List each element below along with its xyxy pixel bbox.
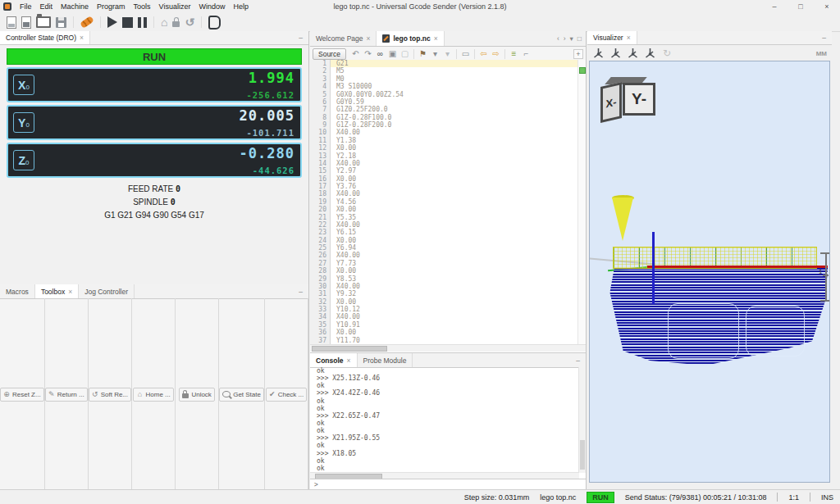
axis-zero-button[interactable]: Y0 xyxy=(13,112,34,133)
tab-jog-controller[interactable]: Jog Controller xyxy=(79,284,135,298)
editor-toolbar-separator[interactable] xyxy=(474,49,475,59)
menu-file[interactable]: File xyxy=(16,2,36,11)
menu-program[interactable]: Program xyxy=(93,2,130,11)
axis-z-readout: Z0 -0.280 -44.626 xyxy=(7,143,302,178)
editor-toolbar-separator[interactable] xyxy=(456,49,457,59)
tab-list-dropdown-icon[interactable]: ▾ xyxy=(570,34,573,43)
stop-button[interactable] xyxy=(120,14,135,30)
pendant-button[interactable] xyxy=(206,14,223,30)
menu-machine[interactable]: Machine xyxy=(57,2,93,11)
axis-readouts: X0 1.994 -256.612 Y0 20.005 -101.711 Z0 … xyxy=(0,67,308,178)
console-command-input[interactable]: > xyxy=(310,479,586,490)
check-mode-button[interactable]: ✔Check ... xyxy=(266,388,308,402)
menu-window[interactable]: Window xyxy=(194,2,229,11)
scroll-tabs-right-icon[interactable]: › xyxy=(564,34,566,43)
tab-console[interactable]: Console × xyxy=(310,353,358,367)
tab-welcome-page[interactable]: Welcome Page × xyxy=(310,31,377,46)
minimize-panel-icon[interactable]: – xyxy=(570,353,586,367)
editor-toolbar-separator[interactable] xyxy=(504,49,505,59)
editor-hscrollbar[interactable] xyxy=(310,344,586,352)
copy-icon[interactable]: ▣ xyxy=(387,48,398,60)
tab-toolbox[interactable]: Toolbox × xyxy=(35,284,79,298)
minimize-panel-icon[interactable]: – xyxy=(293,31,308,44)
close-icon[interactable]: × xyxy=(80,34,84,42)
tab-gcode-file[interactable]: lego top.nc × xyxy=(377,31,444,46)
gcode-file-icon xyxy=(382,34,390,43)
send-play-button[interactable] xyxy=(105,14,120,30)
close-icon[interactable]: × xyxy=(434,34,438,43)
soft-reset-icon[interactable]: ↺ xyxy=(182,14,197,30)
home-machine-button[interactable]: ⌂Home ... xyxy=(133,388,173,402)
lock-icon[interactable] xyxy=(170,14,182,30)
reset-zero-button[interactable]: ⊕Reset Z... xyxy=(0,388,44,402)
close-icon[interactable]: × xyxy=(347,356,351,365)
redo-icon[interactable]: ⇨ xyxy=(491,48,501,60)
menu-tools[interactable]: Tools xyxy=(130,2,155,11)
forward-icon[interactable]: ↷ xyxy=(363,48,373,60)
restore-window-button[interactable]: □ xyxy=(788,0,814,13)
axis-zero-button[interactable]: X0 xyxy=(13,75,34,95)
connect-plug-icon[interactable] xyxy=(78,14,96,30)
menu-help[interactable]: Help xyxy=(229,2,253,11)
view-side-button[interactable] xyxy=(642,47,657,60)
rect-selection-icon[interactable]: ▭ xyxy=(460,48,471,60)
axis-zero-button[interactable]: Z0 xyxy=(13,150,34,170)
x-axis-line xyxy=(647,266,828,268)
menu-edit[interactable]: Edit xyxy=(36,2,57,11)
next-bookmark-icon[interactable]: ▾ xyxy=(430,48,441,60)
orientation-cube-x-face[interactable]: X- xyxy=(600,82,622,123)
return-to-zero-button[interactable]: ✎Return ... xyxy=(45,388,88,402)
console-vscrollbar[interactable] xyxy=(578,367,586,473)
close-icon[interactable]: × xyxy=(366,34,370,43)
console-output[interactable]: ok >>> X25.13Z-0.46 ok >>> X24.42Z-0.46 … xyxy=(310,367,579,473)
menu-visualizer[interactable]: Visualizer xyxy=(155,2,195,11)
code-line: 26X40.00 xyxy=(310,252,586,259)
minimize-panel-icon[interactable]: – xyxy=(293,284,308,298)
back-icon[interactable]: ↶ xyxy=(350,48,361,60)
save-file-button[interactable] xyxy=(53,14,69,30)
paste-icon[interactable]: ▢ xyxy=(399,48,410,60)
console-line: ok xyxy=(310,397,579,405)
soft-reset-button[interactable]: ↺Soft Re... xyxy=(89,388,131,402)
axis-y-readout: Y0 20.005 -101.711 xyxy=(7,105,302,140)
find-icon[interactable]: ∞ xyxy=(375,48,386,60)
console-tab-bar: Console × Probe Module – xyxy=(310,353,586,368)
get-state-button[interactable]: Get State xyxy=(219,388,264,402)
pause-button[interactable] xyxy=(135,14,149,30)
prev-bookmark-icon[interactable]: ▾ xyxy=(442,48,453,60)
view-isometric-button[interactable] xyxy=(591,47,605,60)
open-file-button[interactable] xyxy=(34,14,53,30)
toolbox-tab-bar: Macros Toolbox × Jog Controller – xyxy=(0,284,308,299)
tab-macros[interactable]: Macros xyxy=(0,284,35,298)
undo-icon[interactable]: ⇦ xyxy=(478,48,489,60)
console-line: ok xyxy=(310,465,579,472)
gcode-editor[interactable]: 1G21 2M5 3M0 4M3 S10000 5G0X0.00Y0.00Z2.… xyxy=(310,60,586,344)
orientation-cube-y-face[interactable]: Y- xyxy=(623,83,655,116)
scroll-tabs-left-icon[interactable]: ‹ xyxy=(557,34,559,43)
source-view-button[interactable]: Source xyxy=(313,48,346,60)
bookmark-icon[interactable]: ⚑ xyxy=(418,48,428,60)
editor-toolbar-separator[interactable] xyxy=(413,49,414,59)
unlock-button[interactable]: Unlock xyxy=(179,388,214,402)
scale-ruler-top-cap xyxy=(820,252,830,254)
tab-probe-module[interactable]: Probe Module xyxy=(358,353,413,367)
tab-controller-state-dro[interactable]: Controller State (DRO) × xyxy=(0,31,90,44)
minimize-panel-icon[interactable]: – xyxy=(816,31,832,44)
close-icon[interactable]: × xyxy=(68,288,72,296)
new-gcode-file-button[interactable] xyxy=(4,14,19,30)
visualizer-3d-view[interactable]: X- Y- 1 xyxy=(589,61,830,483)
stop-macro-icon[interactable]: ⌐ xyxy=(521,48,532,60)
new-file-alt-button[interactable] xyxy=(19,14,34,30)
toolbar-overflow-icon[interactable]: + xyxy=(573,49,583,59)
maximize-editor-icon[interactable]: □ xyxy=(578,34,582,43)
view-top-button[interactable] xyxy=(608,47,623,60)
start-macro-icon[interactable]: ≡ xyxy=(509,48,519,60)
close-icon[interactable]: × xyxy=(627,34,631,42)
code-line: 32X0.00 xyxy=(310,298,586,306)
view-front-button[interactable] xyxy=(625,47,640,60)
close-window-button[interactable]: × xyxy=(814,0,840,13)
home-icon[interactable]: ⌂ xyxy=(158,14,170,30)
minimize-window-button[interactable]: – xyxy=(761,0,788,13)
tab-visualizer[interactable]: Visualizer × xyxy=(587,31,637,44)
axis-machine-position: -256.612 xyxy=(246,90,294,100)
